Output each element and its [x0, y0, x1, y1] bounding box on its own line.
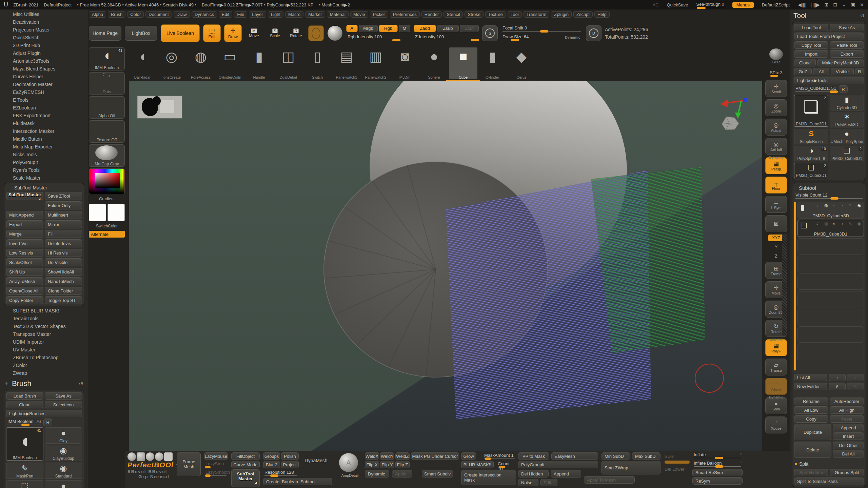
stm-button-arraytomesh[interactable]: ArrayToMesh [6, 277, 43, 285]
boolean-intersect-icon[interactable]: ◑ [841, 203, 843, 208]
delete-button[interactable]: Delete [794, 442, 831, 458]
alternate-button[interactable]: Alternate [89, 231, 125, 238]
brush-thumb-clay[interactable]: ●Clay [45, 427, 82, 444]
weldx-button[interactable]: WeldX [365, 452, 379, 460]
imm-mesh-cube[interactable]: ■Cube [449, 47, 477, 79]
frame-mesh-button[interactable]: Frame Mesh [177, 452, 201, 476]
menu-picker[interactable]: Picker [370, 11, 388, 18]
brush-select-slider[interactable]: IMM Boolean. 76 [6, 419, 42, 426]
duplicate-button[interactable]: Duplicate [794, 424, 831, 440]
imm-mesh-cylinder[interactable]: ▮Cylinder [478, 47, 507, 79]
shelf-bpr[interactable]: BPR [766, 47, 787, 65]
menu-stencil[interactable]: Stencil [443, 11, 463, 18]
goz-r-button[interactable]: R [855, 68, 864, 75]
brush-reset-icon[interactable]: ↺ [79, 381, 83, 387]
menu-transform[interactable]: Transform [524, 11, 550, 18]
edit-button[interactable]: ⬚Edit [203, 24, 221, 42]
shelf-9[interactable]: ⊠ [765, 215, 787, 232]
imm-mesh-poreaccess[interactable]: ◍PoreAccess [186, 47, 215, 79]
imm-mesh-ionscreate[interactable]: ◎IonsCreate [157, 47, 186, 79]
tool-thumb-cylinder3d[interactable]: ▮Cylinder3D [830, 95, 864, 110]
del-other-button[interactable]: Del Other [833, 442, 864, 449]
brush-thumb-selectrect[interactable]: ⬚SelectRect [6, 480, 43, 488]
mrgb-button[interactable]: Mrgb [359, 25, 378, 32]
menu-file[interactable]: File [234, 11, 247, 18]
groups-button[interactable]: Groups [263, 452, 280, 460]
menu-layer[interactable]: Layer [249, 11, 266, 18]
flip-x-button[interactable]: Flip X [365, 461, 379, 468]
goz-button[interactable]: GoZ [794, 68, 812, 75]
tool-thumb-umesh-polysphe[interactable]: ●UMesh_PolySphe [830, 129, 864, 144]
zplugin-item-text-3d-vector-shapes[interactable]: Text 3D & Vector Shapes [0, 323, 88, 330]
color-picker[interactable] [89, 168, 125, 194]
sbevel-button[interactable]: SBevel [127, 469, 146, 474]
stm-button-invert-vis[interactable]: Invert Vis [6, 239, 43, 247]
brush-restore-button[interactable]: R [43, 419, 52, 426]
move-button[interactable]: MMove [245, 24, 263, 42]
load-tool-button[interactable]: Load Tool [794, 24, 828, 31]
default-zscript-button[interactable]: DefaultZScript [762, 2, 790, 7]
shelf-aahalf[interactable]: ◎AAHalf [765, 138, 787, 155]
stm-button-hi-res-vis[interactable]: Hi Res vis [45, 249, 82, 257]
groups-split-button[interactable]: Groups Split [830, 469, 864, 476]
tube-shape-icon[interactable] [155, 452, 163, 461]
rename-button[interactable]: Rename [794, 398, 828, 405]
shelf-spix-3[interactable]: SPix 3 [766, 67, 787, 78]
brush-thumb-maskpen[interactable]: ✎MaskPen [6, 463, 43, 479]
stm-button-copy-folder[interactable]: Copy Folder [6, 296, 43, 304]
tool-thumb-pm3d-cube3d1[interactable]: ❏PM3D_Cube3D12 [794, 95, 828, 127]
main-color-swatch[interactable] [89, 204, 106, 221]
shelf-polyf[interactable]: Line Fill▦PolyF [765, 339, 787, 356]
min-subd-button[interactable]: Min SubD [601, 452, 630, 460]
tool-thumb-polysphere1-8[interactable]: ◑PolySphere1_810 [794, 146, 828, 161]
tool-thumb-pm3d-cube3d1[interactable]: ❏PM3D_Cube3D12 [794, 163, 828, 178]
zplugin-item-scale-master[interactable]: Scale Master [0, 174, 88, 182]
slider-handle[interactable] [715, 465, 723, 468]
zplugin-item-decimation-master[interactable]: Decimation Master [0, 81, 88, 88]
cube-shape-icon[interactable] [137, 452, 145, 461]
shelf-solo[interactable]: Dynamic●Solo [765, 397, 787, 414]
visible-count-slider[interactable]: Visible Count 12 [794, 192, 864, 200]
menu-texture[interactable]: Texture [485, 11, 506, 18]
copy-tool-button[interactable]: Copy Tool [794, 41, 828, 49]
shelf-floor[interactable]: ┬Floor [765, 177, 787, 194]
visibility-eye-icon[interactable]: ◉ [857, 221, 861, 226]
menu-edit[interactable]: Edit [219, 11, 232, 18]
stm-button-save-ztool[interactable]: Save ZTool [45, 192, 82, 200]
secondary-color-swatch[interactable] [107, 204, 125, 221]
tool-thumb-polymesh3d[interactable]: ✶PolyMesh3D [830, 112, 864, 127]
subtool-master-header[interactable]: SubTool Master [6, 185, 82, 192]
move-down-button[interactable]: ↓ [847, 374, 864, 381]
imm-mesh-handle[interactable]: ▮Handle [245, 47, 273, 79]
polish-button[interactable]: Polish [281, 452, 299, 460]
polygroupit-button[interactable]: PolyGroupIt [518, 461, 598, 468]
sdiv-slider[interactable] [665, 461, 690, 464]
stm-button-scaleoffset[interactable]: ScaleOffset [6, 258, 43, 266]
menu-color[interactable]: Color [127, 11, 144, 18]
goz-visible-button[interactable]: Visible [831, 68, 854, 75]
create-boolean-subtool-button[interactable]: Create_Boolean_Subtool [263, 478, 332, 485]
make-polymesh3d-button[interactable]: Make PolyMesh3D [817, 59, 864, 66]
polypaint-icon[interactable]: ✎ [849, 221, 852, 226]
stm-button-shift-up[interactable]: Shift Up [6, 268, 43, 276]
pp-to-mask-button[interactable]: PP to Mask [518, 452, 549, 460]
stroke-curve-button[interactable]: S [482, 25, 498, 41]
brush-thumb-imm-boolean[interactable]: ◖IMM Boolean41 [6, 427, 43, 461]
window-layout-icon[interactable]: ⊞ [825, 2, 829, 7]
brush-thumb-smooth[interactable]: ●Smooth [45, 480, 82, 488]
easymesh-button[interactable]: EasyMesh [551, 452, 598, 460]
detach-icon[interactable]: ⁙ [739, 461, 742, 464]
append-tray-button[interactable]: Append [551, 470, 581, 477]
home-page-button[interactable]: Home Page [89, 26, 121, 41]
shelf-zoom[interactable]: ◎Zoom [765, 99, 787, 116]
current-brush-thumb[interactable]: ◖41IMM Boolean [89, 47, 125, 70]
ampdetail-thumb[interactable]: A [339, 453, 358, 472]
minimize-button[interactable]: ⌄ [842, 2, 846, 7]
zplugin-item-polygroupit[interactable]: PolyGroupIt [0, 159, 88, 166]
menu-movie[interactable]: Movie [350, 11, 368, 18]
paste-subtool-button[interactable]: Paste [830, 415, 864, 423]
stm-button-delete-invis[interactable]: Delete Invis [45, 239, 82, 247]
zplugin-item-ezboolean[interactable]: EZboolean [0, 104, 88, 112]
subtool-empty-slot[interactable] [797, 238, 864, 255]
count-slider[interactable]: Count 10 [496, 461, 516, 468]
